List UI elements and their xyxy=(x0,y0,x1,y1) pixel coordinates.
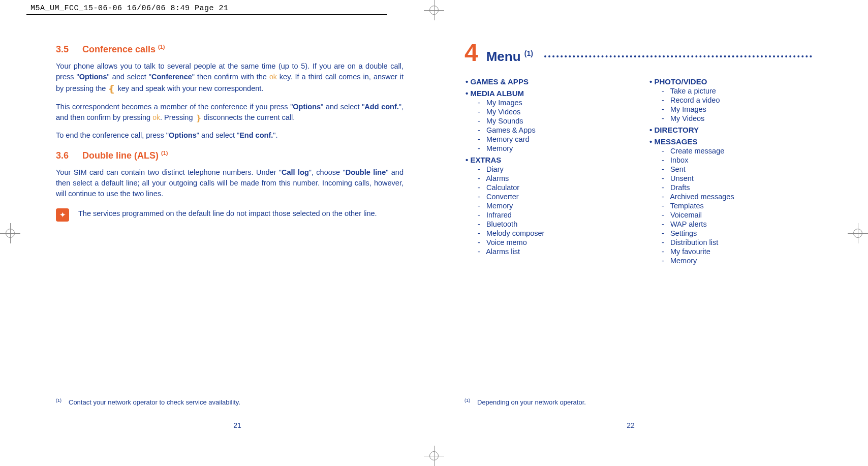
note-text: The services programmed on the default l… xyxy=(78,208,377,219)
menu-item: Memory xyxy=(464,144,628,152)
menu-item: Voicemail xyxy=(648,211,812,219)
menu-item: My Sounds xyxy=(464,117,628,125)
tip-icon: ✦ xyxy=(56,208,69,222)
crop-mark-icon xyxy=(0,223,20,243)
menu-item: My Videos xyxy=(648,114,812,122)
footnote: (1)Contact your network operator to chec… xyxy=(56,398,240,406)
menu-item: Voice memo xyxy=(464,238,628,246)
menu-item: Unsent xyxy=(648,174,812,182)
footnote-ref: (1) xyxy=(524,49,533,57)
menu-category: PHOTO/VIDEO xyxy=(648,77,812,86)
menu-category: MEDIA ALBUM xyxy=(464,89,628,98)
menu-item: Converter xyxy=(464,193,628,201)
ok-key-icon: ok xyxy=(152,113,160,121)
menu-category: EXTRAS xyxy=(464,156,628,164)
menu-item: WAP alerts xyxy=(648,220,812,228)
menu-item: Memory xyxy=(464,202,628,210)
menu-item: Take a picture xyxy=(648,87,812,95)
crop-mark-icon xyxy=(848,223,868,243)
menu-category: GAMES & APPS xyxy=(464,77,628,86)
menu-category: DIRECTORY xyxy=(648,126,812,134)
menu-item: My favourite xyxy=(648,247,812,256)
menu-item: Memory xyxy=(648,257,812,265)
menu-column: PHOTO/VIDEOTake a pictureRecord a videoM… xyxy=(648,74,812,266)
paragraph: To end the conference call, press "Optio… xyxy=(56,130,404,141)
menu-item: My Images xyxy=(464,99,628,107)
menu-columns: GAMES & APPSMEDIA ALBUMMy ImagesMy Video… xyxy=(464,74,812,266)
menu-item: Calculator xyxy=(464,183,628,192)
crop-mark-icon xyxy=(424,446,444,466)
menu-item: Record a video xyxy=(648,96,812,104)
paragraph: Your phone allows you to talk to several… xyxy=(56,61,404,96)
end-key-icon: ❵ xyxy=(195,114,202,122)
paragraph: This correspondent becomes a member of t… xyxy=(56,102,404,124)
menu-item: Melody composer xyxy=(464,229,628,237)
call-key-icon: ❴ xyxy=(108,84,115,94)
menu-item: Alarms list xyxy=(464,247,628,256)
section-3-6-heading: 3.6Double line (ALS) (1) xyxy=(56,150,404,161)
menu-item: Templates xyxy=(648,202,812,210)
menu-item: Memory card xyxy=(464,135,628,143)
page-spread: 3.5Conference calls (1) Your phone allow… xyxy=(41,36,827,436)
ok-key-icon: ok xyxy=(269,73,277,81)
menu-item: My Videos xyxy=(464,108,628,116)
menu-item: Alarms xyxy=(464,174,628,182)
section-number: 3.5 xyxy=(56,44,82,55)
page-22: 4 Menu (1) GAMES & APPSMEDIA ALBUMMy Ima… xyxy=(434,36,827,436)
menu-item: Games & Apps xyxy=(464,126,628,134)
paragraph: Your SIM card can contain two distinct t… xyxy=(56,167,404,199)
page-number: 21 xyxy=(41,421,434,429)
page-number: 22 xyxy=(434,421,827,429)
menu-item: Inbox xyxy=(648,156,812,164)
menu-item: Settings xyxy=(648,229,812,237)
footnote: (1)Depending on your network operator. xyxy=(464,398,586,406)
menu-item: Distribution list xyxy=(648,238,812,246)
menu-column: GAMES & APPSMEDIA ALBUMMy ImagesMy Video… xyxy=(464,74,628,266)
footnote-ref: (1) xyxy=(158,44,165,50)
menu-category: MESSAGES xyxy=(648,137,812,146)
menu-item: Sent xyxy=(648,165,812,173)
header-rule xyxy=(26,14,387,15)
menu-item: Infrared xyxy=(464,211,628,219)
chapter-heading: 4 Menu (1) xyxy=(464,41,812,65)
section-title: Conference calls xyxy=(82,44,158,54)
menu-item: Create message xyxy=(648,147,812,155)
leader-dots xyxy=(544,55,812,57)
menu-item: My Images xyxy=(648,105,812,113)
note-callout: ✦ The services programmed on the default… xyxy=(56,208,404,222)
chapter-number: 4 xyxy=(464,41,478,65)
footnote-ref: (1) xyxy=(161,150,168,156)
page-21: 3.5Conference calls (1) Your phone allow… xyxy=(41,36,434,436)
menu-item: Bluetooth xyxy=(464,220,628,228)
menu-item: Diary xyxy=(464,165,628,173)
section-title: Double line (ALS) xyxy=(82,150,161,161)
chapter-title: Menu (1) xyxy=(486,49,533,65)
doc-header: M5A_UM_FCC_15-06-06 16/06/06 8:49 Page 2… xyxy=(30,4,229,13)
crop-mark-icon xyxy=(424,0,444,20)
menu-item: Archived messages xyxy=(648,193,812,201)
menu-item: Drafts xyxy=(648,183,812,192)
section-3-5-heading: 3.5Conference calls (1) xyxy=(56,44,404,55)
section-number: 3.6 xyxy=(56,150,82,161)
